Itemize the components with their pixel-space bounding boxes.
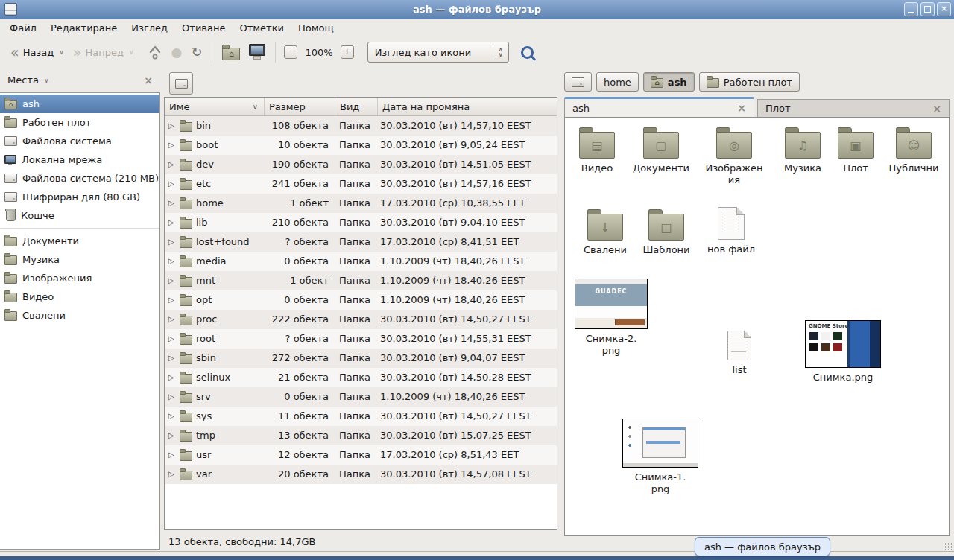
expander-icon[interactable]: ▷	[168, 174, 176, 194]
zoom-in-button[interactable]: +	[341, 45, 354, 59]
folder-item[interactable]: ▣ Плот	[835, 125, 876, 174]
sidebar-title[interactable]: Места	[7, 74, 39, 86]
table-row[interactable]: ▷ sbin 272 обекта Папка 30.03.2010 (вт) …	[165, 349, 557, 368]
expander-icon[interactable]: ▷	[168, 252, 176, 271]
table-row[interactable]: ▷ boot 10 обекта Папка 30.03.2010 (вт) 9…	[165, 136, 557, 155]
view-mode-select[interactable]: Изглед като икони ∧∨	[367, 42, 509, 63]
folder-item[interactable]: нов файл	[698, 207, 765, 255]
icon-view[interactable]: ▤ Видео ▢ Документи ◎	[564, 117, 950, 536]
column-header-date[interactable]: Дата на промяна	[378, 98, 557, 115]
expander-icon[interactable]: ▷	[168, 349, 176, 368]
expander-icon[interactable]: ▷	[168, 136, 176, 155]
table-row[interactable]: ▷ opt 0 обекта Папка 1.10.2009 (чт) 18,4…	[165, 290, 557, 310]
table-row[interactable]: ▷ home 1 обект Папка 17.03.2010 (ср) 10,…	[165, 194, 557, 213]
sidebar-close-icon[interactable]: ×	[144, 75, 153, 86]
expander-icon[interactable]: ▷	[168, 232, 176, 252]
tree-root-button[interactable]	[169, 72, 193, 95]
search-icon[interactable]	[521, 46, 534, 59]
table-row[interactable]: ▷ selinux 21 обекта Папка 30.03.2010 (вт…	[165, 368, 557, 387]
column-header-name[interactable]: Име ∨	[165, 98, 265, 115]
breadcrumb-button[interactable]	[564, 72, 592, 92]
sidebar-item[interactable]: Работен плот	[0, 113, 159, 132]
menu-item[interactable]: Отиване	[180, 22, 227, 34]
column-header-size[interactable]: Размер	[265, 98, 335, 115]
back-dropdown-icon[interactable]: ∨	[59, 48, 64, 56]
table-row[interactable]: ▷ dev 190 обекта Папка 30.03.2010 (вт) 1…	[165, 155, 557, 174]
folder-item[interactable]: □ Шаблони	[635, 207, 698, 256]
sidebar-item[interactable]: Свалени	[0, 306, 159, 325]
close-button[interactable]: ×	[937, 2, 951, 16]
titlebar[interactable]: ash — файлов браузър ×	[0, 0, 954, 19]
menu-item[interactable]: Помощ	[296, 22, 336, 34]
sidebar-item[interactable]: Документи	[0, 232, 159, 250]
sidebar-item[interactable]: Файлова система	[0, 132, 159, 150]
expander-icon[interactable]: ▷	[168, 407, 176, 426]
sidebar-item[interactable]: Изображения	[0, 269, 159, 287]
table-row[interactable]: ▷ var 20 обекта Папка 30.03.2010 (вт) 14…	[165, 465, 557, 484]
folder-item[interactable]: ↓ Свалени	[575, 207, 635, 256]
zoom-out-button[interactable]: −	[284, 45, 297, 59]
up-button[interactable]	[143, 42, 167, 63]
folder-item[interactable]: ▤ Видео	[569, 125, 625, 174]
sidebar-item[interactable]: Шифриран дял (80 GB)	[0, 188, 159, 206]
stop-button[interactable]: ●	[167, 44, 187, 61]
tab[interactable]: ash ×	[564, 97, 754, 117]
sidebar-item[interactable]: Файлова система (210 MB)	[0, 169, 159, 188]
reload-button[interactable]: ↻	[186, 43, 206, 61]
breadcrumb-button[interactable]: Работен плот	[699, 72, 800, 92]
expander-icon[interactable]: ▷	[168, 368, 176, 387]
file-item[interactable]: Снимка-1. png	[614, 419, 707, 495]
sidebar-item[interactable]: ash	[0, 95, 159, 113]
file-item[interactable]: GUADEC Снимка-2. png	[565, 279, 657, 357]
file-item[interactable]: GNOME Store Снимка.png	[789, 320, 897, 384]
table-row[interactable]: ▷ lib 210 обекта Папка 30.03.2010 (вт) 9…	[165, 213, 557, 232]
table-row[interactable]: ▷ usr 12 обекта Папка 17.03.2010 (ср) 8,…	[165, 445, 557, 465]
table-row[interactable]: ▷ tmp 13 обекта Папка 30.03.2010 (вт) 15…	[165, 426, 557, 445]
table-row[interactable]: ▷ root ? обекта Папка 30.03.2010 (вт) 14…	[165, 329, 557, 349]
menu-item[interactable]: Отметки	[237, 22, 285, 34]
tab-close-icon[interactable]: ×	[737, 103, 746, 113]
expander-icon[interactable]: ▷	[168, 445, 176, 465]
expander-icon[interactable]: ▷	[168, 116, 176, 136]
minimize-button[interactable]	[904, 2, 918, 16]
expander-icon[interactable]: ▷	[168, 271, 176, 290]
maximize-button[interactable]	[920, 2, 935, 16]
table-row[interactable]: ▷ mnt 1 обект Папка 1.10.2009 (чт) 18,40…	[165, 271, 557, 290]
folder-item[interactable]: ☺ Публични	[876, 125, 950, 174]
expander-icon[interactable]: ▷	[168, 387, 176, 407]
tab[interactable]: Плот ×	[757, 99, 950, 117]
expander-icon[interactable]: ▷	[168, 329, 176, 349]
folder-item[interactable]: ♫ Музика	[771, 125, 835, 174]
expander-icon[interactable]: ▷	[168, 465, 176, 484]
home-button[interactable]	[218, 42, 244, 63]
menu-item[interactable]: Файл	[7, 22, 39, 34]
file-item[interactable]: list	[711, 331, 768, 376]
computer-button[interactable]	[244, 42, 270, 63]
sidebar-item[interactable]: Кошче	[0, 206, 159, 225]
sidebar-item[interactable]: Локална мрежа	[0, 150, 159, 169]
back-button[interactable]: « Назад ∨	[6, 43, 69, 62]
chevron-down-icon[interactable]: ∨	[44, 77, 49, 84]
table-row[interactable]: ▷ bin 108 обекта Папка 30.03.2010 (вт) 1…	[165, 116, 557, 136]
table-row[interactable]: ▷ srv 0 обекта Папка 1.10.2009 (чт) 18,4…	[165, 387, 557, 407]
expander-icon[interactable]: ▷	[168, 194, 176, 213]
table-row[interactable]: ▷ proc 222 обекта Папка 30.03.2010 (вт) …	[165, 310, 557, 329]
table-row[interactable]: ▷ lost+found ? обекта Папка 17.03.2010 (…	[165, 232, 557, 252]
sidebar-item[interactable]: Музика	[0, 250, 159, 269]
folder-item[interactable]: ◎ Изображения	[698, 125, 771, 186]
expander-icon[interactable]: ▷	[168, 213, 176, 232]
breadcrumb-button[interactable]: ash	[643, 72, 695, 92]
expander-icon[interactable]: ▷	[168, 310, 176, 329]
table-row[interactable]: ▷ sys 11 обекта Папка 30.03.2010 (вт) 14…	[165, 407, 557, 426]
menu-item[interactable]: Редактиране	[48, 22, 119, 34]
expander-icon[interactable]: ▷	[168, 426, 176, 445]
menu-item[interactable]: Изглед	[129, 22, 170, 34]
forward-button[interactable]: » Напред ∨	[69, 43, 139, 62]
expander-icon[interactable]: ▷	[168, 290, 176, 310]
table-row[interactable]: ▷ media 0 обекта Папка 1.10.2009 (чт) 18…	[165, 252, 557, 271]
tab-close-icon[interactable]: ×	[932, 104, 941, 114]
column-header-type[interactable]: Вид	[335, 98, 378, 115]
sidebar-item[interactable]: Видео	[0, 287, 159, 306]
expander-icon[interactable]: ▷	[168, 155, 176, 174]
folder-item[interactable]: ▢ Документи	[625, 125, 698, 174]
